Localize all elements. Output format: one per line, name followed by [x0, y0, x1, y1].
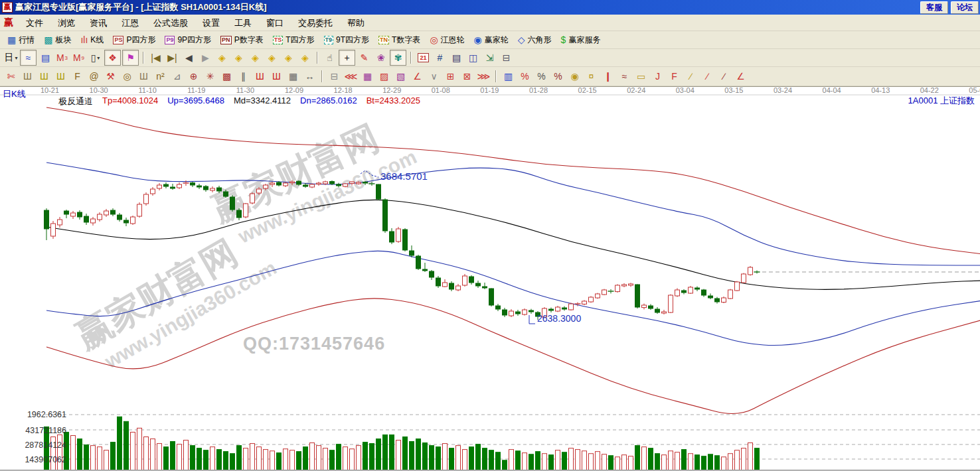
menu-item-3[interactable]: 江恩 [114, 15, 146, 31]
menu-item-2[interactable]: 资讯 [82, 15, 114, 31]
p-number-table-button[interactable]: PNP数字表 [216, 32, 268, 48]
stat-columns-tool[interactable]: ▥ [501, 69, 516, 84]
nine-t-square-button[interactable]: T99T四方形 [319, 32, 374, 48]
gold-box-tool[interactable]: ▭ [633, 69, 649, 84]
draw-gold-comb2-tool[interactable]: Ш [53, 69, 68, 84]
draw-shade-box-tool[interactable]: ▧ [393, 69, 408, 84]
forum-button[interactable]: 论坛 [951, 1, 979, 14]
draw-clock-tool[interactable]: ◎ [120, 69, 135, 84]
red-pattern-button[interactable]: ❖ [104, 50, 121, 66]
draw-gold-comb-tool[interactable]: Ш [37, 69, 52, 84]
menu-item-0[interactable]: 文件 [19, 15, 50, 31]
draw-grid-hash2-tool[interactable]: ⊠ [459, 69, 475, 84]
draw-measure-tool[interactable]: ↔ [302, 69, 317, 84]
hand-tool-button[interactable]: ☝ [322, 50, 337, 65]
menu-item-5[interactable]: 设置 [195, 15, 227, 31]
percent-slash-tool[interactable]: % [517, 69, 532, 84]
draw-shen-comb-tool[interactable]: Ш [252, 69, 268, 84]
draw-knife-tool[interactable]: ✄ [3, 69, 19, 84]
pattern-select-button[interactable]: ✾ [390, 50, 406, 66]
p-square-button[interactable]: PSP四方形 [108, 32, 160, 48]
j-line-tool[interactable]: J [650, 69, 665, 84]
draw-v-lines-tool[interactable]: ∨ [426, 69, 442, 84]
zoom-in-diamond[interactable]: ◈ [281, 50, 296, 65]
menu-item-6[interactable]: 工具 [227, 15, 259, 31]
trend-wave-button[interactable]: ≈ [20, 50, 37, 66]
menu-item-7[interactable]: 窗口 [259, 15, 291, 31]
draw-fan-box-tool[interactable]: ▨ [376, 69, 392, 84]
draw-ruler-f-tool[interactable]: F [70, 69, 85, 84]
f-line-tool[interactable]: F [667, 69, 682, 84]
crosshair-tool-button[interactable]: + [339, 50, 355, 66]
kline-button[interactable]: ılıK线 [76, 32, 108, 48]
draw-grid-box-tool[interactable]: ▦ [360, 69, 375, 84]
expand-h-diamond[interactable]: ◈ [264, 50, 280, 65]
draw-star-tool[interactable]: ✳ [203, 69, 218, 84]
draw-kk-tool[interactable]: ∥ [236, 69, 251, 84]
candle-brush-tool[interactable]: ❙ [600, 69, 615, 84]
draw-angle-lines-tool[interactable]: ∠ [410, 69, 425, 84]
draw-ying-comb-tool[interactable]: Ш [269, 69, 284, 84]
market-quotes-button[interactable]: ▦行情 [3, 32, 39, 48]
notes-button[interactable]: ▤ [449, 50, 464, 65]
nine-p-square-button[interactable]: P99P四方形 [160, 32, 216, 48]
percent-line-tool[interactable]: % [550, 69, 566, 84]
zoom-out-diamond[interactable]: ◈ [297, 50, 313, 65]
compress-h-diamond[interactable]: ◈ [248, 50, 263, 65]
hexagon-button[interactable]: ◇六角形 [513, 32, 556, 48]
draw-grid-hash-tool[interactable]: ⊞ [443, 69, 458, 84]
draw-box-lines-tool[interactable]: ⊟ [327, 69, 342, 84]
scroll-right-diamond[interactable]: ◈ [231, 50, 246, 65]
calculator-button[interactable]: # [432, 50, 448, 65]
draw-n2-tool[interactable]: n² [153, 69, 168, 84]
save-button[interactable]: ◫ [465, 50, 481, 65]
draw-hammer-tool[interactable]: ⚒ [103, 69, 118, 84]
menu-item-8[interactable]: 交易委托 [291, 15, 340, 31]
menu-item-4[interactable]: 公式选股 [146, 15, 195, 31]
indicator-row[interactable]: 极反通道Tp=4008.1024Up=3695.6468Md=3342.4112… [58, 96, 420, 107]
winner-service-button[interactable]: $赢家服务 [556, 32, 606, 48]
menu-item-9[interactable]: 帮助 [340, 15, 372, 31]
info-board-button[interactable]: ▤ [38, 50, 53, 65]
speed-line-tool[interactable]: ∕ [700, 69, 715, 84]
wave-tool[interactable]: ≈ [617, 69, 632, 84]
scroll-left-diamond[interactable]: ◈ [214, 50, 230, 65]
percent-tool[interactable]: % [534, 69, 549, 84]
draw-angle-tool[interactable]: ⊿ [169, 69, 185, 84]
customer-service-button[interactable]: 客服 [920, 1, 948, 14]
draw-comb3-tool[interactable]: Ш [136, 69, 151, 84]
period-day-dropdown[interactable]: 日▾ [3, 50, 19, 65]
color-flag-button[interactable]: ⚑ [122, 50, 139, 66]
draw-slashes-tool[interactable]: ⋙ [476, 69, 491, 84]
flower-tool-button[interactable]: ❀ [373, 50, 388, 65]
kline-9-button[interactable]: M9 [71, 50, 86, 65]
gann-wheel-button[interactable]: ◎江恩轮 [425, 32, 469, 48]
winner-wheel-button[interactable]: ◉赢家轮 [469, 32, 513, 48]
export-button[interactable]: ⇲ [482, 50, 497, 65]
panel-period-label[interactable]: 日K线 [3, 88, 26, 100]
printer-button[interactable]: ⊟ [499, 50, 514, 65]
draw-compass-tool[interactable]: ⊕ [186, 69, 201, 84]
last-page-button[interactable]: ▶| [165, 50, 180, 65]
gold-slash-tool[interactable]: ∕ [683, 69, 698, 84]
calendar-21-button[interactable]: 21 [416, 50, 431, 65]
draw-spiral-tool[interactable]: @ [86, 69, 102, 84]
first-page-button[interactable]: |◀ [148, 50, 163, 65]
four-slash-tool[interactable]: ∠ [733, 69, 748, 84]
draw-grid123-tool[interactable]: ▦ [286, 69, 301, 84]
draw-comb-tool[interactable]: Ш [20, 69, 35, 84]
draw-web-tool[interactable]: ▩ [219, 69, 234, 84]
prev-bar-button[interactable]: ◀ [181, 50, 197, 65]
menu-item-1[interactable]: 浏览 [50, 15, 82, 31]
kline-3-button[interactable]: M3 [54, 50, 70, 65]
chart-canvas[interactable]: 赢家财富网www.yingjia360.com赢家财富网www.yingjia3… [0, 87, 980, 471]
sectors-button[interactable]: ▩板块 [39, 32, 76, 48]
gold-circle-tool[interactable]: ◉ [567, 69, 582, 84]
next-bar-button[interactable]: ▶ [198, 50, 213, 65]
hollow-candle-dropdown[interactable]: ▯▾ [88, 50, 103, 65]
t-square-button[interactable]: TST四方形 [268, 32, 319, 48]
t-number-table-button[interactable]: TNT数字表 [374, 32, 425, 48]
draw-fan-lines-tool[interactable]: ⋘ [343, 69, 359, 84]
gold-line-tool[interactable]: ¤ [584, 69, 599, 84]
pen-tool-button[interactable]: ✎ [357, 50, 372, 65]
